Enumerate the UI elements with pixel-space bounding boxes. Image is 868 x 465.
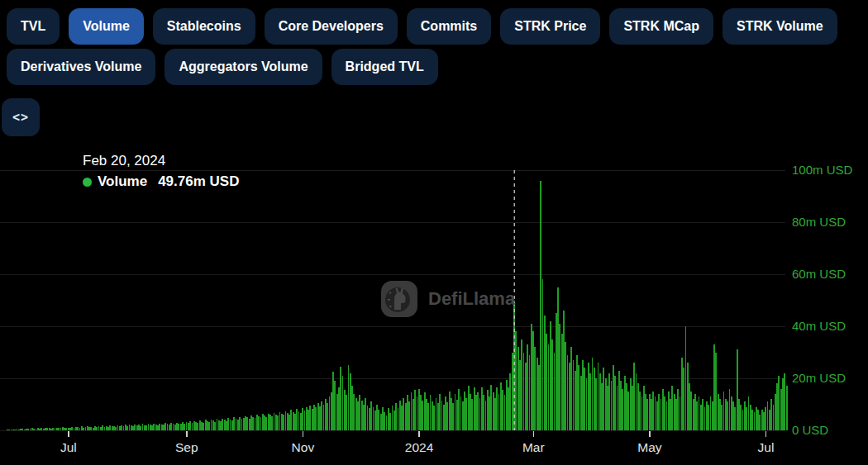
y-axis-label: 0 USD — [792, 423, 828, 437]
x-axis-label: Jul — [60, 440, 77, 454]
y-axis-label: 80m USD — [792, 215, 846, 229]
y-axis-label: 100m USD — [792, 163, 853, 177]
x-axis-label: Mar — [522, 440, 545, 454]
x-axis-label: Nov — [292, 440, 315, 454]
y-axis-label: 40m USD — [792, 319, 846, 333]
tab-core-developers[interactable]: Core Developers — [265, 8, 398, 45]
defillama-watermark: DefiLlama — [380, 280, 515, 318]
defillama-logo-icon — [380, 280, 418, 318]
x-axis-label: 2024 — [405, 440, 434, 454]
watermark-text: DefiLlama — [428, 288, 515, 310]
tab-aggregators-volume[interactable]: Aggregators Volume — [165, 49, 322, 85]
tab-strk-mcap[interactable]: STRK MCap — [609, 8, 713, 45]
tab-strk-price[interactable]: STRK Price — [500, 8, 600, 45]
embed-chart-button[interactable]: <> — [2, 98, 40, 136]
tab-bar-row-2: Derivatives VolumeAggregators VolumeBrid… — [7, 49, 438, 85]
tab-tvl[interactable]: TVL — [7, 8, 60, 45]
tooltip-date: Feb 20, 2024 — [83, 153, 239, 169]
tab-commits[interactable]: Commits — [407, 8, 491, 45]
x-axis-label: May — [637, 440, 662, 454]
y-axis-label: 60m USD — [792, 267, 846, 281]
volume-chart[interactable]: 0 USD20m USD40m USD60m USD80m USD100m US… — [0, 151, 868, 465]
chart-tooltip: Feb 20, 2024 Volume 49.76m USD — [83, 153, 239, 190]
tab-bar-row-1: TVLVolumeStablecoinsCore DevelopersCommi… — [7, 8, 837, 45]
tooltip-series-label: Volume — [98, 173, 147, 190]
x-axis-label: Sep — [175, 440, 198, 454]
tab-stablecoins[interactable]: Stablecoins — [153, 8, 255, 45]
tooltip-value: 49.76m USD — [158, 173, 239, 190]
tab-strk-volume[interactable]: STRK Volume — [723, 8, 837, 45]
code-icon: <> — [12, 110, 29, 125]
tab-derivatives-volume[interactable]: Derivatives Volume — [7, 49, 155, 85]
x-axis-label: Jul — [758, 440, 775, 454]
y-axis-label: 20m USD — [792, 371, 846, 385]
series-dot-icon — [83, 178, 92, 187]
tab-bridged-tvl[interactable]: Bridged TVL — [331, 49, 438, 85]
tab-volume[interactable]: Volume — [69, 8, 144, 45]
